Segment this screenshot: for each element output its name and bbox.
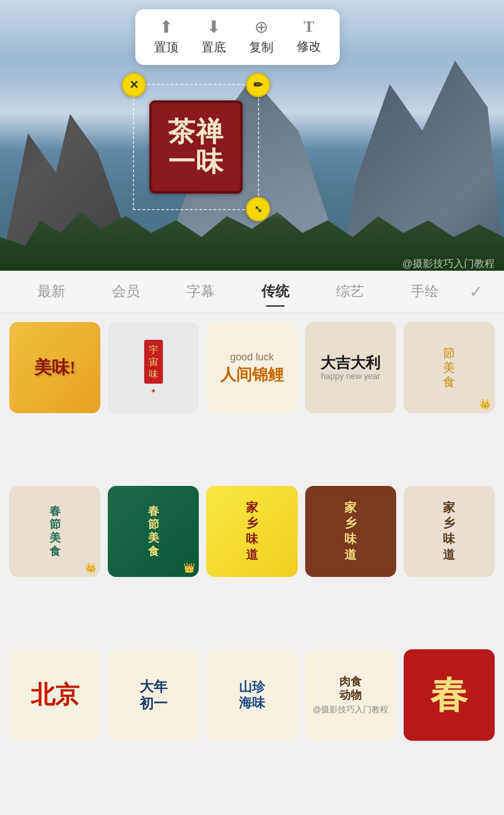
roucan-content: 肉食动物 @摄影技巧入门教程 <box>313 675 388 715</box>
copy-icon: ⊕ <box>254 19 268 35</box>
jie-content: 節美食 <box>443 346 455 390</box>
seal-text: 茶禅一味 <box>168 117 224 177</box>
handle-edit[interactable]: ✏ <box>246 73 270 97</box>
close-icon: ✕ <box>129 78 139 91</box>
sticker-jinli[interactable]: good luck 人间锦鲤 <box>206 322 297 413</box>
menu-pin-top[interactable]: ⬆ 置顶 <box>154 19 178 56</box>
sticker-jiaxiang3[interactable]: 家乡味道 <box>404 486 495 577</box>
tab-variety[interactable]: 综艺 <box>313 277 387 306</box>
sticker-danianchu[interactable]: 大年初一 <box>108 649 199 740</box>
sticker-jiaxiang1[interactable]: 家乡味道 <box>206 486 297 577</box>
bottom-panel: 最新 会员 字幕 传统 综艺 手绘 ✓ 美味! 宇宙味 ✦ good luck … <box>0 271 504 815</box>
sticker-chun[interactable]: 春 <box>404 649 495 740</box>
chun-content: 春 <box>430 676 468 714</box>
pin-top-label: 置顶 <box>154 39 178 56</box>
sticker-seal: 茶禅一味 <box>149 100 243 194</box>
jinli-content: good luck 人间锦鲤 <box>220 351 284 385</box>
red-vertical-content: 宇宙味 ✦ <box>144 340 163 395</box>
sticker-meishi-text: 美味! <box>34 356 76 379</box>
chunjie1-content: 春節美食 <box>49 505 61 558</box>
crown-badge-2: 👑 <box>85 562 97 573</box>
pencil-icon: ✏ <box>253 78 263 91</box>
sticker-daji[interactable]: 大吉大利 happy new year <box>305 322 396 413</box>
category-tabs: 最新 会员 字幕 传统 综艺 手绘 ✓ <box>0 271 504 313</box>
sticker-chunjie1[interactable]: 春節美食 👑 <box>9 486 100 577</box>
sticker-jiaxiang2[interactable]: 家乡味道 <box>305 486 396 577</box>
sticker-beijing[interactable]: 北京 <box>9 649 100 740</box>
sticker-meishi[interactable]: 美味! <box>9 322 100 413</box>
jiaxiang1-content: 家乡味道 <box>246 500 258 563</box>
pin-bottom-label: 置底 <box>202 39 226 56</box>
sticker-shanzhen[interactable]: 山珍海味 <box>206 649 297 740</box>
danianchu-content: 大年初一 <box>140 678 168 712</box>
sticker-jie-meishi[interactable]: 節美食 👑 <box>404 322 495 413</box>
jiaxiang3-content: 家乡味道 <box>443 500 455 563</box>
daji-content: 大吉大利 happy new year <box>321 354 380 382</box>
beijing-content: 北京 <box>31 679 79 711</box>
tab-latest[interactable]: 最新 <box>14 277 89 306</box>
pin-top-icon: ⬆ <box>159 19 173 35</box>
sticker-grid: 美味! 宇宙味 ✦ good luck 人间锦鲤 大吉大利 happy new … <box>0 313 504 815</box>
selected-sticker[interactable]: ✕ ✏ ⤡ 茶禅一味 <box>133 84 259 210</box>
pin-bottom-icon: ⬇ <box>207 19 221 35</box>
collapse-button[interactable]: ✓ <box>462 278 490 306</box>
tab-subtitle[interactable]: 字幕 <box>163 277 238 306</box>
resize-icon: ⤡ <box>254 204 262 215</box>
copy-label: 复制 <box>249 39 273 56</box>
context-menu: ⬆ 置顶 ⬇ 置底 ⊕ 复制 T 修改 <box>135 9 340 65</box>
red-strip: 宇宙味 <box>144 340 163 384</box>
checkmark-icon: ✓ <box>469 282 483 302</box>
sticker-chunjie2[interactable]: 春節美食 👑 <box>108 486 199 577</box>
sticker-roucan[interactable]: 肉食动物 @摄影技巧入门教程 <box>305 649 396 740</box>
handle-resize[interactable]: ⤡ <box>246 197 270 221</box>
jiaxiang2-content: 家乡味道 <box>344 500 357 563</box>
watermark: @摄影技巧入门教程 <box>402 257 495 271</box>
edit-label: 修改 <box>297 38 321 55</box>
sticker-content: 茶禅一味 <box>134 85 258 209</box>
crown-badge-3: 👑 <box>183 562 195 573</box>
tab-handwritten[interactable]: 手绘 <box>387 277 462 306</box>
menu-copy[interactable]: ⊕ 复制 <box>249 19 273 56</box>
tab-traditional[interactable]: 传统 <box>238 277 313 306</box>
crown-badge-1: 👑 <box>479 398 491 409</box>
chunjie2-content: 春節美食 <box>148 505 159 558</box>
canvas-area: ⬆ 置顶 ⬇ 置底 ⊕ 复制 T 修改 ✕ ✏ ⤡ 茶禅一 <box>0 0 504 271</box>
tab-member[interactable]: 会员 <box>89 277 163 306</box>
handle-close[interactable]: ✕ <box>122 73 146 97</box>
edit-icon: T <box>304 19 315 35</box>
menu-pin-bottom[interactable]: ⬇ 置底 <box>202 19 226 56</box>
sticker-red-vertical[interactable]: 宇宙味 ✦ <box>108 322 199 413</box>
shanzhen-content: 山珍海味 <box>239 679 265 710</box>
menu-edit[interactable]: T 修改 <box>297 19 321 56</box>
